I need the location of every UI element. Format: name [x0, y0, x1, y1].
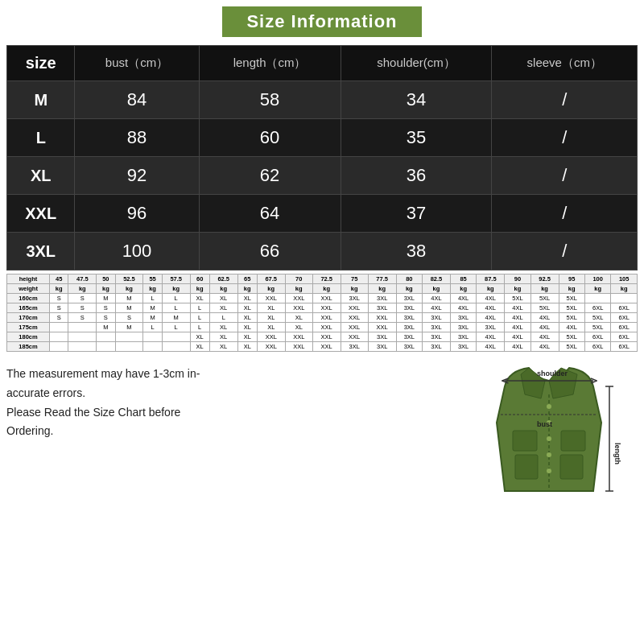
size-cell: 4XL — [505, 303, 530, 313]
size-cell: L — [143, 323, 162, 332]
size-cell: XXL — [312, 323, 341, 332]
kg-col-header: kg — [505, 284, 530, 294]
kg-col-header: kg — [285, 284, 312, 294]
weight-col-header: 57.5 — [162, 275, 190, 284]
size-cell: XL — [209, 342, 237, 352]
size-cell: XXL — [285, 294, 312, 303]
size-cell: 4XL — [477, 342, 505, 352]
size-cell: 3XL — [341, 342, 368, 352]
height-cell: 180cm — [7, 332, 50, 342]
kg-col-header: kg — [209, 284, 237, 294]
size-cell: L — [190, 303, 209, 313]
size-cell: 3XL — [368, 342, 396, 352]
kg-col-header: kg — [584, 284, 610, 294]
size-cell: XL — [190, 294, 209, 303]
svg-point-4 — [547, 452, 551, 457]
table-cell: / — [492, 233, 638, 270]
size-cell: 5XL — [530, 303, 559, 313]
size-cell: 5XL — [584, 313, 610, 323]
svg-text:bust: bust — [537, 420, 552, 428]
svg-rect-8 — [515, 455, 538, 479]
ref-table-row: 170cmSSSSMMLLXLXLXLXXLXXLXXL3XL3XL3XL4XL… — [7, 313, 638, 323]
reference-table: height 4547.55052.55557.56062.56567.5707… — [6, 274, 638, 352]
svg-point-3 — [547, 436, 551, 441]
size-cell: S — [68, 294, 97, 303]
size-cell — [584, 294, 610, 303]
table-cell: 62 — [199, 157, 341, 195]
table-cell: XXL — [7, 195, 75, 233]
weight-col-header: 67.5 — [257, 275, 285, 284]
size-cell: M — [143, 303, 162, 313]
size-cell: 4XL — [530, 323, 559, 332]
size-cell: XXL — [312, 313, 341, 323]
table-cell: 92 — [75, 157, 199, 195]
size-cell: XL — [237, 303, 257, 313]
size-cell: 3XL — [450, 323, 476, 332]
size-cell: 3XL — [341, 294, 368, 303]
main-size-table: sizebust（cm）length（cm）shoulder(cm）sleeve… — [6, 45, 638, 270]
weight-col-header: 55 — [143, 275, 162, 284]
size-cell: XXL — [341, 303, 368, 313]
size-cell — [115, 332, 143, 342]
size-cell: 3XL — [450, 342, 476, 352]
table-body: M845834/L886035/XL926236/XXL966437/3XL10… — [7, 81, 638, 270]
size-cell: M — [115, 303, 143, 313]
table-cell: 58 — [199, 81, 341, 119]
table-cell: / — [492, 157, 638, 195]
table-cell: 84 — [75, 81, 199, 119]
table-cell: / — [492, 195, 638, 233]
svg-rect-9 — [560, 455, 583, 479]
weight-col-header: 65 — [237, 275, 257, 284]
size-cell: 4XL — [477, 332, 505, 342]
disclaimer-line4: Ordering. — [6, 422, 452, 441]
size-cell: XXL — [341, 332, 368, 342]
size-cell: XL — [237, 294, 257, 303]
size-cell: XXL — [341, 323, 368, 332]
size-cell: S — [50, 294, 68, 303]
kg-col-header: kg — [450, 284, 476, 294]
size-cell: XXL — [285, 303, 312, 313]
kg-col-header: kg — [396, 284, 422, 294]
table-row: XXL966437/ — [7, 195, 638, 233]
size-cell: 4XL — [530, 313, 559, 323]
size-cell: 4XL — [423, 303, 451, 313]
svg-text:shoulder: shoulder — [537, 369, 568, 378]
size-cell: XXL — [312, 294, 341, 303]
svg-point-1 — [547, 404, 551, 409]
kg-col-header: kg — [190, 284, 209, 294]
size-cell: XXL — [341, 313, 368, 323]
height-cell: 160cm — [7, 294, 50, 303]
page-title: Size Information — [222, 6, 421, 37]
disclaimer-line2: accurate errors. — [6, 384, 452, 403]
height-cell: 185cm — [7, 342, 50, 352]
kg-col-header: kg — [341, 284, 368, 294]
size-cell: 3XL — [368, 332, 396, 342]
table-cell: 37 — [341, 195, 492, 233]
svg-point-5 — [547, 469, 551, 473]
kg-col-header: kg — [257, 284, 285, 294]
table-cell: / — [492, 81, 638, 119]
weight-col-header: 72.5 — [312, 275, 341, 284]
table-cell: / — [492, 119, 638, 157]
height-cell: 170cm — [7, 313, 50, 323]
size-cell: 4XL — [505, 323, 530, 332]
size-cell: L — [143, 294, 162, 303]
svg-text:length: length — [613, 443, 621, 464]
svg-rect-6 — [513, 431, 537, 451]
size-cell: 6XL — [611, 342, 638, 352]
weight-col-header: 45 — [50, 275, 68, 284]
table-cell: 96 — [75, 195, 199, 233]
kg-col-header: kg — [312, 284, 341, 294]
kg-col-header: kg — [611, 284, 638, 294]
size-cell: XXL — [312, 342, 341, 352]
size-cell: 4XL — [505, 313, 530, 323]
size-cell: XL — [209, 303, 237, 313]
weight-header-row: height 4547.55052.55557.56062.56567.5707… — [7, 275, 638, 284]
size-cell: XL — [257, 313, 285, 323]
weight-col-header: 87.5 — [477, 275, 505, 284]
height-label: height — [7, 275, 50, 284]
size-cell: XXL — [368, 313, 396, 323]
disclaimer-line3: Please Read the Size Chart before — [6, 403, 452, 423]
weight-label: weight — [7, 284, 50, 294]
kg-col-header: kg — [423, 284, 451, 294]
